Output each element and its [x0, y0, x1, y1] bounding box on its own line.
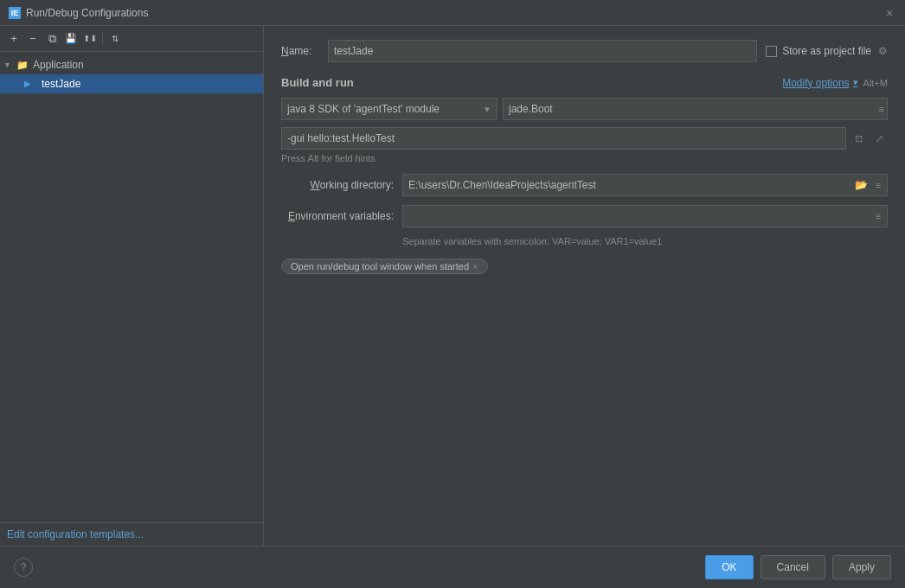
bottom-buttons: OK Cancel Apply [705, 555, 891, 579]
left-panel: + − ⧉ 💾 ⬆⬇ ⇅ [0, 26, 264, 546]
modify-options-area: Modify options ▾ Alt+M [782, 77, 888, 89]
title-bar: IE Run/Debug Configurations × [0, 0, 905, 26]
name-input[interactable] [328, 40, 757, 62]
testjade-icon: ▶ [24, 79, 38, 89]
store-label: Store as project file [782, 45, 871, 57]
left-footer: Edit configuration templates... [0, 522, 263, 546]
modify-options-shortcut: Alt+M [863, 78, 888, 88]
sdk-dropdown[interactable]: java 8 SDK of 'agentTest' module ▼ [281, 98, 497, 120]
env-vars-browse-icon[interactable]: ≡ [870, 208, 887, 225]
program-args-icon1[interactable]: ⊡ [850, 130, 867, 147]
toolbar-separator [102, 32, 103, 46]
application-node-label: Application [33, 59, 84, 71]
ok-button[interactable]: OK [705, 555, 753, 579]
tag-row: Open run/debug tool window when started … [281, 259, 888, 274]
dialog-title: Run/Debug Configurations [26, 7, 148, 19]
working-dir-input-wrap: 📂 ≡ [402, 174, 888, 196]
open-tool-window-tag: Open run/debug tool window when started … [281, 259, 488, 274]
env-vars-input-wrap: ≡ [402, 205, 888, 227]
store-checkbox-row: Store as project file ⚙ [766, 45, 888, 57]
testjade-label: testJade [42, 78, 80, 90]
main-class-display: jade.Boot [503, 98, 888, 120]
env-vars-label: Environment variables: [281, 210, 394, 222]
tree-node-testjade[interactable]: ▶ testJade [0, 74, 263, 93]
field-hint: Press Alt for field hints [281, 153, 888, 163]
program-args-input[interactable] [282, 128, 845, 149]
sdk-dropdown-chevron-icon: ▼ [483, 105, 491, 114]
config-tree: ▼ 📁 Application ▶ testJade [0, 52, 263, 522]
sort-config-button[interactable]: ⇅ [106, 30, 124, 48]
main-class-field-wrap: jade.Boot ≡ [503, 98, 888, 120]
close-button[interactable]: × [883, 6, 896, 20]
name-label: Name: [281, 45, 319, 57]
config-toolbar: + − ⧉ 💾 ⬆⬇ ⇅ [0, 26, 263, 52]
store-settings-gear-icon[interactable]: ⚙ [878, 45, 888, 57]
apply-button[interactable]: Apply [832, 555, 891, 579]
help-button[interactable]: ? [14, 558, 33, 577]
env-vars-input[interactable] [403, 206, 870, 227]
remove-config-button[interactable]: − [24, 30, 42, 48]
build-run-title: Build and run [281, 76, 354, 89]
env-vars-hint: Separate variables with semicolon: VAR=v… [402, 236, 888, 246]
env-vars-row: Environment variables: ≡ [281, 205, 888, 227]
dialog-content: + − ⧉ 💾 ⬆⬇ ⇅ [0, 26, 905, 546]
bottom-bar: ? OK Cancel Apply [0, 546, 905, 588]
working-dir-row: Working directory: 📂 ≡ [281, 174, 888, 196]
title-bar-left: IE Run/Debug Configurations [9, 7, 148, 19]
cancel-button[interactable]: Cancel [761, 555, 825, 579]
save-config-button[interactable]: 💾 [62, 30, 80, 48]
working-dir-browse-icon[interactable]: ≡ [870, 176, 887, 194]
edit-templates-link[interactable]: Edit configuration templates... [7, 528, 144, 540]
program-args-row: ⊡ ⤢ [281, 127, 888, 150]
add-config-button[interactable]: + [5, 30, 22, 48]
working-dir-input[interactable] [403, 175, 852, 195]
sdk-row: java 8 SDK of 'agentTest' module ▼ jade.… [281, 98, 888, 120]
application-folder-icon: 📁 [16, 60, 29, 70]
dialog-icon: IE [9, 7, 21, 19]
working-dir-label: Working directory: [281, 179, 394, 191]
right-panel: Name: Store as project file ⚙ Build and … [264, 26, 905, 546]
run-debug-dialog: IE Run/Debug Configurations × + − ⧉ 💾 [0, 0, 905, 588]
working-dir-browse-folder-icon[interactable]: 📂 [852, 176, 870, 194]
modify-options-button[interactable]: Modify options ▾ [782, 77, 857, 89]
store-project-file-checkbox[interactable] [766, 46, 777, 57]
program-args-icon2[interactable]: ⤢ [870, 130, 888, 147]
main-class-browse-icon[interactable]: ≡ [879, 104, 884, 114]
move-config-button[interactable]: ⬆⬇ [81, 30, 99, 48]
tree-expand-icon: ▼ [3, 61, 16, 69]
build-run-header: Build and run Modify options ▾ Alt+M [281, 76, 888, 89]
copy-config-button[interactable]: ⧉ [43, 30, 61, 48]
tree-node-application[interactable]: ▼ 📁 Application [0, 55, 263, 74]
program-args-wrap [281, 127, 846, 150]
name-row: Name: Store as project file ⚙ [281, 40, 888, 62]
open-tool-window-tag-close[interactable]: × [472, 261, 478, 272]
